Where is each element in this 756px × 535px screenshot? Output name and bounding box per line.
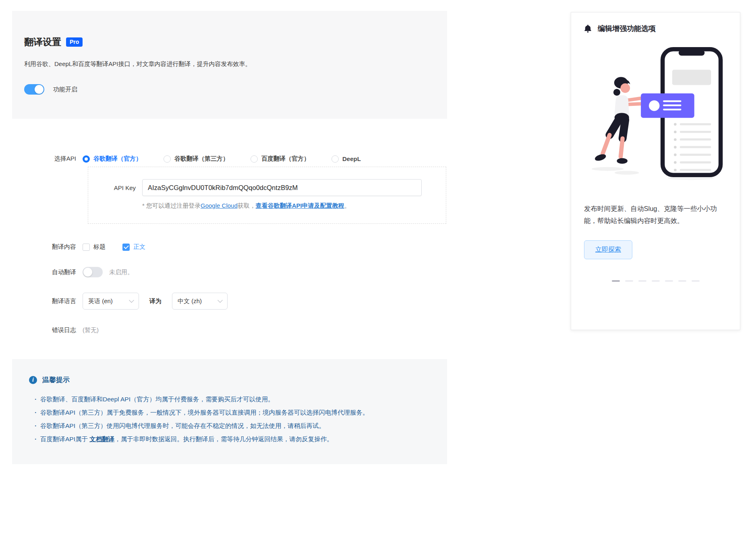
checkbox-label: 正文 <box>133 243 145 251</box>
auto-translate-label: 自动翻译 <box>12 269 83 276</box>
promo-illustration <box>584 38 729 193</box>
help-text: * 您可以通过注册登录 <box>142 202 201 209</box>
source-language-select[interactable]: 英语 (en) <box>83 293 139 310</box>
error-log-label: 错误日志 <box>12 326 83 334</box>
help-text: 。 <box>344 202 350 209</box>
radio-label: 谷歌翻译（官方） <box>93 155 142 163</box>
carousel-dot[interactable] <box>638 280 646 282</box>
api-select-row: 选择API 谷歌翻译（官方） 谷歌翻译（第三方） 百度翻译（官方） DeepL <box>12 155 447 163</box>
radio-unselected-icon <box>331 155 339 163</box>
settings-hero-section: 翻译设置 Pro 利用谷歌、DeepL和百度等翻译API接口，对文章内容进行翻译… <box>12 11 447 119</box>
api-key-box: API Key * 您可以通过注册登录Google Cloud获取，查看谷歌翻译… <box>88 167 446 224</box>
tips-section: i 温馨提示 谷歌翻译、百度翻译和Deepl API（官方）均属于付费服务，需要… <box>12 359 447 464</box>
translate-content-row: 翻译内容 标题 正文 <box>12 243 447 251</box>
carousel-dot[interactable] <box>692 280 700 282</box>
auto-translate-toggle[interactable] <box>83 267 103 277</box>
radio-unselected-icon <box>251 155 258 163</box>
radio-label: 百度翻译（官方） <box>261 155 310 163</box>
chevron-down-icon <box>217 297 223 303</box>
translation-settings-panel: 翻译设置 Pro 利用谷歌、DeepL和百度等翻译API接口，对文章内容进行翻译… <box>12 11 447 464</box>
translate-content-label: 翻译内容 <box>12 243 83 251</box>
carousel-dot[interactable] <box>625 280 633 282</box>
radio-unselected-icon <box>164 155 171 163</box>
carousel-dot[interactable] <box>678 280 686 282</box>
toggle-knob <box>83 268 92 277</box>
doc-translate-link[interactable]: 文档翻译 <box>89 436 114 442</box>
api-tutorial-link[interactable]: 查看谷歌翻译API申请及配置教程 <box>256 202 344 209</box>
language-label: 翻译语言 <box>12 297 83 305</box>
language-row: 翻译语言 英语 (en) 译为 中文 (zh) <box>12 293 447 310</box>
translate-to-label: 译为 <box>149 297 162 305</box>
radio-label: DeepL <box>342 155 361 162</box>
feature-toggle-label: 功能开启 <box>53 86 77 93</box>
error-log-row: 错误日志 (暂无) <box>12 326 447 334</box>
settings-form: 选择API 谷歌翻译（官方） 谷歌翻译（第三方） 百度翻译（官方） DeepL … <box>12 119 447 334</box>
error-log-value: (暂无) <box>83 326 99 334</box>
api-key-row: API Key <box>88 179 446 196</box>
api-key-help: * 您可以通过注册登录Google Cloud获取，查看谷歌翻译API申请及配置… <box>142 202 446 210</box>
help-text: 获取， <box>238 202 256 209</box>
bell-icon <box>584 25 592 33</box>
selected-value: 中文 (zh) <box>178 297 202 305</box>
tips-header: i 温馨提示 <box>29 375 430 384</box>
tips-title: 温馨提示 <box>42 375 70 384</box>
tip-item: 谷歌翻译API（第三方）属于免费服务，一般情况下，境外服务器可以直接调用；境内服… <box>29 406 430 419</box>
carousel-dot[interactable] <box>665 280 673 282</box>
page-title: 翻译设置 <box>24 36 61 48</box>
feature-toggle-row: 功能开启 <box>24 84 435 95</box>
carousel-dots <box>584 280 727 282</box>
toggle-knob <box>35 85 43 94</box>
tip-item: 谷歌翻译API（第三方）使用闪电博代理服务时，可能会存在不稳定的情况，如无法使用… <box>29 419 430 432</box>
checkbox-title[interactable]: 标题 <box>83 243 106 251</box>
tip-text: 百度翻译API属于 <box>40 436 89 442</box>
radio-google-official[interactable]: 谷歌翻译（官方） <box>83 155 142 163</box>
api-key-label: API Key <box>88 184 142 191</box>
carousel-dot[interactable] <box>652 280 660 282</box>
radio-label: 谷歌翻译（第三方） <box>174 155 229 163</box>
checkbox-body[interactable]: 正文 <box>122 243 145 251</box>
tip-item: 百度翻译API属于 文档翻译，属于非即时数据返回。执行翻译后，需等待几分钟返回结… <box>29 432 430 446</box>
promo-body-text: 发布时间更新、自动Slug、克隆等一些小小功能，帮助站长编辑内容时更高效。 <box>584 203 727 227</box>
check-icon <box>122 244 130 251</box>
pro-badge: Pro <box>66 37 83 47</box>
radio-google-thirdparty[interactable]: 谷歌翻译（第三方） <box>164 155 229 163</box>
api-key-input[interactable] <box>142 179 422 196</box>
selected-value: 英语 (en) <box>88 297 113 305</box>
promo-card: 编辑增强功能选项 <box>571 12 740 330</box>
feature-toggle[interactable] <box>24 84 44 95</box>
promo-title: 编辑增强功能选项 <box>598 24 656 33</box>
explore-now-button[interactable]: 立即探索 <box>584 240 632 259</box>
title-row: 翻译设置 Pro <box>24 36 435 48</box>
tip-text: ，属于非即时数据返回。执行翻译后，需等待几分钟返回结果，请勿反复操作。 <box>114 436 333 442</box>
radio-baidu-official[interactable]: 百度翻译（官方） <box>251 155 310 163</box>
carousel-dot[interactable] <box>612 280 620 282</box>
info-icon: i <box>29 376 37 384</box>
checkbox-label: 标题 <box>93 243 106 251</box>
checkbox-unchecked-icon <box>83 244 90 251</box>
chevron-down-icon <box>129 297 134 303</box>
api-select-label: 选择API <box>12 155 83 163</box>
auto-translate-status: 未启用。 <box>109 269 133 276</box>
tip-item: 谷歌翻译、百度翻译和Deepl API（官方）均属于付费服务，需要购买后才可以使… <box>29 392 430 406</box>
feature-description: 利用谷歌、DeepL和百度等翻译API接口，对文章内容进行翻译，提升内容发布效率… <box>24 60 435 68</box>
auto-translate-row: 自动翻译 未启用。 <box>12 267 447 277</box>
tips-list: 谷歌翻译、百度翻译和Deepl API（官方）均属于付费服务，需要购买后才可以使… <box>29 392 430 446</box>
promo-header: 编辑增强功能选项 <box>584 24 727 33</box>
radio-deepl[interactable]: DeepL <box>331 155 361 163</box>
target-language-select[interactable]: 中文 (zh) <box>172 293 228 310</box>
radio-selected-icon <box>83 155 90 163</box>
google-cloud-link[interactable]: Google Cloud <box>201 202 238 209</box>
